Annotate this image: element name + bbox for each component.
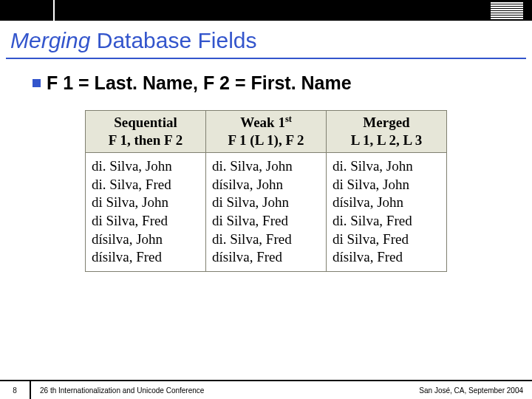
footer-right: San José, CA, September 2004 <box>419 386 532 395</box>
tab-divider <box>53 0 55 21</box>
col-header-sequential: Sequential F 1, then F 2 <box>86 111 206 153</box>
col-header-merged: Merged L 1, L 2, L 3 <box>327 111 447 153</box>
bullet-text: F 1 = Last. Name, F 2 = First. Name <box>47 72 352 94</box>
bullet-row: F 1 = Last. Name, F 2 = First. Name <box>0 59 532 94</box>
ibm-logo-icon <box>491 2 523 19</box>
footer-left: 26 th Internationalization and Unicode C… <box>31 386 419 395</box>
page-number: 8 <box>0 381 31 399</box>
title-emphasis: Merging <box>10 28 90 52</box>
top-bar <box>0 0 532 21</box>
cell-merged: di. Silva, John di Silva, John dísilva, … <box>327 152 447 271</box>
slide-footer: 8 26 th Internationalization and Unicode… <box>0 380 532 399</box>
table-header-row: Sequential F 1, then F 2 Weak 1st F 1 (L… <box>86 111 447 153</box>
cell-sequential: di. Silva, John di. Silva, Fred di Silva… <box>86 152 206 271</box>
col-header-weak: Weak 1st F 1 (L 1), F 2 <box>206 111 327 153</box>
comparison-table: Sequential F 1, then F 2 Weak 1st F 1 (L… <box>85 110 447 272</box>
slide-title: Merging Database Fields <box>0 21 532 58</box>
cell-weak: di. Silva, John dísilva, John di Silva, … <box>206 152 327 271</box>
title-rest: Database Fields <box>90 28 256 52</box>
table-row: di. Silva, John di. Silva, Fred di Silva… <box>86 152 447 271</box>
square-bullet-icon <box>33 79 41 87</box>
